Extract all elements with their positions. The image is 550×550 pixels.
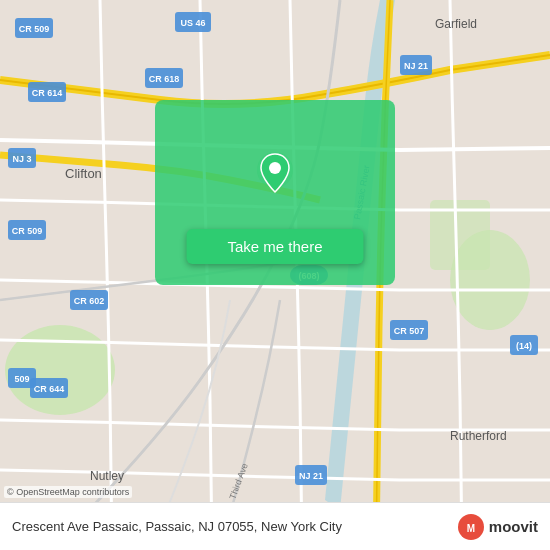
map-attribution: © OpenStreetMap contributors (4, 486, 132, 498)
moovit-icon-svg: M (457, 513, 485, 541)
moovit-logo: M moovit (457, 513, 538, 541)
svg-text:Garfield: Garfield (435, 17, 477, 31)
svg-text:M: M (467, 523, 475, 534)
svg-text:CR 614: CR 614 (32, 88, 63, 98)
svg-text:US 46: US 46 (180, 18, 205, 28)
svg-text:Rutherford: Rutherford (450, 429, 507, 443)
map-container: CR 509 US 46 NJ 21 CR 614 CR 618 NJ 3 CR… (0, 0, 550, 550)
svg-text:CR 602: CR 602 (74, 296, 105, 306)
attribution-text: © OpenStreetMap contributors (7, 487, 129, 497)
svg-point-39 (269, 162, 281, 174)
svg-text:NJ 3: NJ 3 (12, 154, 31, 164)
svg-text:(14): (14) (516, 341, 532, 351)
svg-text:Clifton: Clifton (65, 166, 102, 181)
location-pin (251, 148, 299, 196)
take-me-there-button[interactable]: Take me there (187, 229, 364, 264)
moovit-brand-name: moovit (489, 519, 538, 534)
svg-text:Nutley: Nutley (90, 469, 124, 483)
svg-text:NJ 21: NJ 21 (299, 471, 323, 481)
bottom-bar: Crescent Ave Passaic, Passaic, NJ 07055,… (0, 502, 550, 550)
svg-text:509: 509 (14, 374, 29, 384)
svg-text:CR 507: CR 507 (394, 326, 425, 336)
svg-text:CR 509: CR 509 (19, 24, 50, 34)
address-label: Crescent Ave Passaic, Passaic, NJ 07055,… (12, 519, 457, 534)
svg-text:CR 618: CR 618 (149, 74, 180, 84)
svg-text:CR 509: CR 509 (12, 226, 43, 236)
svg-text:CR 644: CR 644 (34, 384, 65, 394)
svg-text:NJ 21: NJ 21 (404, 61, 428, 71)
